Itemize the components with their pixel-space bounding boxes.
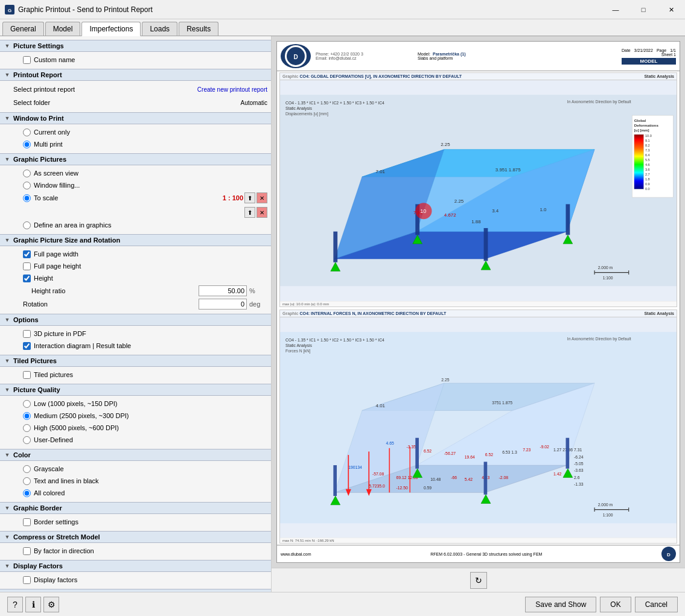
svg-text:2.25: 2.25 — [454, 198, 464, 204]
svg-rect-17 — [484, 228, 488, 261]
rotation-input[interactable] — [199, 299, 247, 310]
quality-high-radio[interactable] — [23, 424, 31, 432]
title-bar: G Graphic Printout - Send to Printout Re… — [0, 0, 685, 19]
color-content: Grayscale Text and lines in black All co… — [0, 461, 271, 501]
cancel-button[interactable]: Cancel — [635, 597, 678, 612]
logo-inner: D — [285, 45, 307, 67]
tab-loads[interactable]: Loads — [142, 22, 177, 36]
section-compress-stretch[interactable]: ▼ Compress or Stretch Model — [0, 531, 271, 543]
svg-text:6.52: 6.52 — [424, 448, 432, 452]
svg-text:Static Analysis: Static Analysis — [285, 343, 312, 348]
section-options[interactable]: ▼ Options — [0, 314, 271, 326]
height-checkbox[interactable] — [23, 275, 31, 282]
window-controls: — □ ✕ — [602, 0, 685, 19]
svg-text:-2.08: -2.08 — [499, 475, 508, 479]
scale-up-button2[interactable]: ⬆ — [244, 207, 255, 218]
tiled-pictures-content: Tiled pictures — [0, 367, 271, 383]
as-screen-view-radio[interactable] — [23, 170, 31, 177]
section-window-to-print[interactable]: ▼ Window to Print — [0, 112, 271, 124]
select-folder-row: Select folder Automatic — [10, 96, 271, 109]
ok-button[interactable]: OK — [600, 597, 631, 612]
interaction-checkbox[interactable] — [23, 342, 31, 350]
section-graphic-border[interactable]: ▼ Graphic Border — [0, 502, 271, 514]
section-size-rotation[interactable]: ▼ Graphic Picture Size and Rotation — [0, 234, 271, 246]
quality-low-radio[interactable] — [23, 400, 31, 408]
right-panel: D Phone: +420 22/2 0320 3 Email: info@dl… — [272, 36, 685, 592]
by-factor-checkbox[interactable] — [23, 547, 31, 555]
svg-text:0.9: 0.9 — [645, 182, 650, 186]
svg-text:2.7: 2.7 — [645, 173, 650, 176]
settings-button[interactable]: ⚙ — [43, 597, 59, 612]
svg-text:[u] [mm]: [u] [mm] — [634, 128, 649, 132]
minimize-button[interactable]: — — [602, 0, 629, 19]
tab-general[interactable]: General — [2, 22, 44, 36]
multi-print-row: Multi print — [10, 138, 271, 150]
svg-text:Deformations: Deformations — [634, 123, 659, 127]
window-filling-radio[interactable] — [23, 182, 31, 189]
height-row: Height — [10, 272, 271, 284]
refresh-button[interactable]: ↻ — [470, 572, 487, 589]
grayscale-row: Grayscale — [10, 463, 271, 475]
tab-imperfections[interactable]: Imperfections — [81, 22, 141, 36]
quality-low-row: Low (1000 pixels, ~150 DPI) — [10, 398, 271, 410]
section-tiled-pictures[interactable]: ▼ Tiled Pictures — [0, 355, 271, 367]
svg-text:Static Analysis: Static Analysis — [285, 106, 312, 111]
svg-rect-104 — [484, 462, 488, 494]
to-scale-radio[interactable] — [23, 194, 31, 202]
section-color[interactable]: ▼ Color — [0, 449, 271, 461]
pdf-3d-checkbox[interactable] — [23, 330, 31, 338]
tab-model[interactable]: Model — [45, 22, 81, 36]
svg-text:-1.33: -1.33 — [574, 482, 584, 486]
current-only-radio[interactable] — [23, 129, 31, 136]
quality-medium-radio[interactable] — [23, 412, 31, 420]
section-graphic-pictures[interactable]: ▼ Graphic Pictures — [0, 153, 271, 165]
height-ratio-input[interactable] — [199, 285, 247, 296]
svg-text:7.3: 7.3 — [645, 148, 650, 152]
graphic-border-content: Border settings — [0, 514, 271, 530]
section-picture-settings[interactable]: ▼ Picture Settings — [0, 40, 271, 52]
svg-text:-57.08: -57.08 — [372, 472, 384, 476]
svg-rect-103 — [566, 437, 569, 468]
help-button[interactable]: ? — [7, 597, 23, 612]
to-scale-row2: ⬆ ✕ — [10, 206, 271, 219]
svg-text:1.42: 1.42 — [553, 472, 561, 476]
svg-text:7.01: 7.01 — [376, 169, 386, 174]
quality-user-radio[interactable] — [23, 436, 31, 444]
scale-up-button[interactable]: ⬆ — [244, 192, 255, 203]
all-colored-radio[interactable] — [23, 489, 31, 497]
multi-print-radio[interactable] — [23, 141, 31, 148]
svg-rect-16 — [566, 204, 570, 235]
svg-text:5.42: 5.42 — [465, 477, 473, 481]
section-picture-quality[interactable]: ▼ Picture Quality — [0, 384, 271, 396]
svg-text:D: D — [293, 54, 298, 60]
text-lines-radio[interactable] — [23, 477, 31, 485]
scale-remove-button[interactable]: ✕ — [256, 192, 267, 203]
save-show-button[interactable]: Save and Show — [525, 597, 596, 612]
scale-remove-button2[interactable]: ✕ — [256, 207, 267, 218]
display-factors-checkbox[interactable] — [23, 576, 31, 584]
close-button[interactable]: ✕ — [657, 0, 685, 19]
border-settings-checkbox[interactable] — [23, 518, 31, 526]
graphic-content-2: CO4 - 1.35 * IC1 + 1.50 * IC2 + 1.50 * I… — [280, 317, 677, 538]
section-display-factors[interactable]: ▼ Display Factors — [0, 560, 271, 572]
svg-text:Forces N [kN]: Forces N [kN] — [285, 349, 311, 354]
full-page-height-checkbox[interactable] — [23, 262, 31, 270]
section-printout-report[interactable]: ▼ Printout Report — [0, 69, 271, 81]
svg-text:D: D — [667, 552, 671, 557]
graphic-section-2: Graphic CO4: INTERNAL FORCES N, IN AXONO… — [279, 310, 677, 544]
collapse-icon-11: ▼ — [4, 533, 11, 541]
pdf-3d-row: 3D picture in PDF — [10, 328, 271, 340]
tiled-checkbox[interactable] — [23, 371, 31, 379]
grayscale-radio[interactable] — [23, 465, 31, 473]
svg-text:4.65: 4.65 — [386, 441, 394, 445]
custom-name-checkbox[interactable] — [23, 56, 31, 64]
define-area-radio[interactable] — [23, 221, 31, 229]
full-page-width-checkbox[interactable] — [23, 250, 31, 258]
maximize-button[interactable]: □ — [629, 0, 657, 19]
collapse-icon-7: ▼ — [4, 357, 11, 364]
left-panel: ▼ Picture Settings Custom name ▼ Printou… — [0, 36, 272, 592]
tab-results[interactable]: Results — [179, 22, 218, 36]
window-to-print-content: Current only Multi print — [0, 124, 271, 152]
info-button[interactable]: ℹ — [25, 597, 41, 612]
svg-text:1.8: 1.8 — [645, 177, 650, 181]
